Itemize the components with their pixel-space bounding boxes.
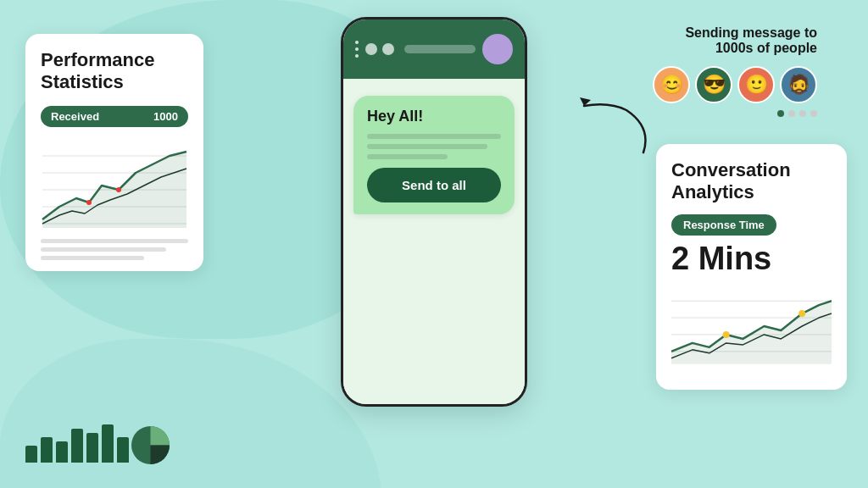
sending-section: Sending message to 1000s of people 😊 😎 🙂… (653, 25, 817, 117)
avatar-2: 😎 (695, 66, 732, 103)
phone-status-circles (365, 43, 394, 55)
avatar-3: 🙂 (737, 66, 775, 103)
sending-title: Sending message to 1000s of people (653, 25, 817, 56)
avatars-row: 😊 😎 🙂 🧔 (653, 66, 817, 103)
conversation-analytics-card: Conversation Analytics Response Time 2 M… (656, 144, 847, 390)
bottom-bar-chart (25, 424, 129, 463)
dot-1 (777, 110, 784, 117)
svg-point-7 (116, 187, 121, 192)
received-badge: Received 1000 (41, 106, 188, 127)
phone-search-bar (404, 45, 476, 53)
phone-menu-dots (355, 41, 359, 58)
dot-2 (788, 110, 795, 117)
received-value: 1000 (153, 110, 178, 123)
bar-2 (41, 437, 53, 463)
phone-chat-body: Hey All! Send to all (343, 79, 525, 404)
analytics-line-chart-svg (671, 284, 832, 369)
performance-statistics-card: Performance Statistics Received 1000 (25, 34, 203, 271)
bar-5 (86, 433, 98, 463)
line-chart-svg (41, 139, 188, 232)
analytics-chart (671, 284, 832, 369)
bar-3 (56, 441, 68, 463)
conv-analytics-title: Conversation Analytics (671, 159, 832, 204)
bar-1 (25, 446, 37, 463)
phone-avatar (482, 34, 513, 64)
dot-3 (799, 110, 806, 117)
bar-7 (117, 437, 129, 463)
arrow-to-avatars-icon (576, 93, 660, 161)
message-greeting: Hey All! (367, 108, 501, 125)
pie-chart-icon (131, 426, 170, 464)
avatar-1: 😊 (653, 66, 690, 103)
phone-header (343, 19, 525, 79)
send-to-all-button[interactable]: Send to all (367, 168, 501, 202)
bar-4 (71, 429, 83, 463)
bottom-lines (41, 239, 188, 260)
dot-4 (810, 110, 817, 117)
svg-point-6 (86, 200, 92, 205)
performance-chart (41, 139, 188, 232)
phone-mockup: Hey All! Send to all (341, 17, 527, 407)
response-time-badge: Response Time (671, 214, 776, 236)
svg-point-16 (798, 310, 805, 317)
pagination-dots (653, 110, 817, 117)
svg-point-15 (723, 331, 730, 338)
avatar-4: 🧔 (780, 66, 817, 103)
bar-6 (102, 424, 114, 463)
perf-stats-title: Performance Statistics (41, 49, 188, 94)
message-bubble: Hey All! Send to all (353, 96, 515, 214)
received-label: Received (51, 110, 99, 123)
time-value: 2 Mins (671, 241, 832, 277)
